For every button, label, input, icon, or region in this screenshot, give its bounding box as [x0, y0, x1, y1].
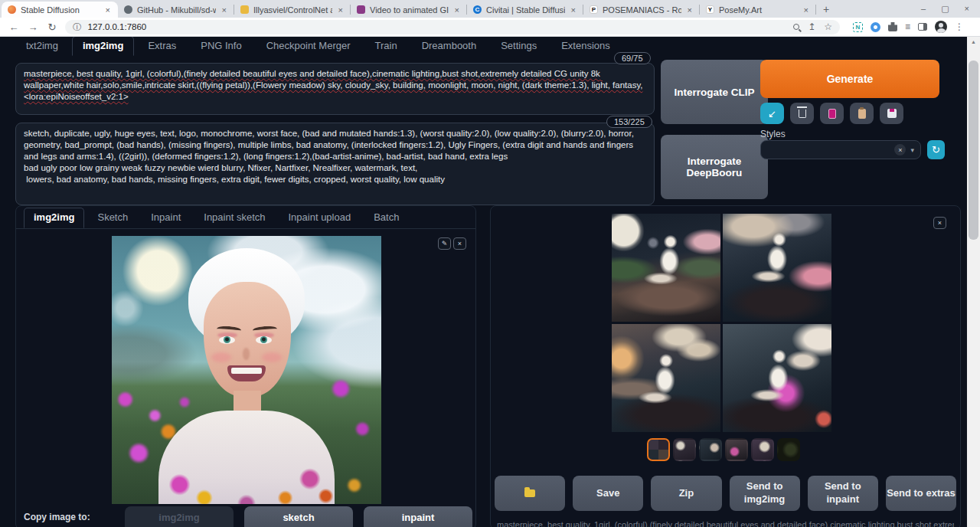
browser-tab-github[interactable]: GitHub - Mikubill/sd-webui-con × [118, 2, 234, 18]
result-image-1[interactable] [612, 214, 720, 322]
zoom-icon[interactable] [793, 24, 799, 30]
site-info-icon[interactable]: ⓘ [73, 21, 82, 33]
negative-token-counter: 153/225 [606, 116, 652, 128]
tab-img2img[interactable]: img2img [72, 37, 134, 56]
close-gallery-button[interactable]: × [933, 217, 946, 229]
apply-style-button[interactable] [850, 103, 874, 124]
results-gallery-panel: × Save Zip Send to img2img Send to inpai… [490, 205, 961, 527]
tab-close-icon[interactable]: × [453, 5, 461, 15]
profile-avatar[interactable] [935, 21, 947, 33]
share-icon[interactable]: ↥ [808, 21, 815, 32]
tab-close-icon[interactable]: × [802, 5, 810, 15]
open-folder-button[interactable] [495, 476, 565, 511]
clear-prompt-button[interactable] [790, 103, 814, 124]
side-panel-icon[interactable] [918, 23, 927, 31]
window-minimize-button[interactable]: – [921, 4, 926, 14]
tab-title: Illyasviel/ControlNet at main [253, 5, 332, 15]
address-bar[interactable]: ⓘ 127.0.0.1:7860 ↥ ☆ [65, 20, 840, 34]
save-button[interactable]: Save [573, 476, 643, 511]
save-style-button[interactable] [880, 103, 903, 124]
tab-png-info[interactable]: PNG Info [190, 37, 252, 56]
interrogate-clip-button[interactable]: Interrogate CLIP [661, 60, 768, 124]
thumbnail-6[interactable] [777, 438, 800, 461]
clear-styles-icon[interactable]: × [894, 144, 906, 155]
styles-dropdown[interactable]: × ▾ [760, 140, 921, 159]
reload-button[interactable]: ↻ [46, 21, 58, 33]
main-nav-tabs: txt2img img2img Extras PNG Info Checkpoi… [15, 37, 621, 56]
result-image-4[interactable] [723, 324, 831, 432]
mode-tab-inpaint-sketch[interactable]: Inpaint sketch [194, 208, 275, 228]
browser-tab-gif-converter[interactable]: Video to animated GIF converter × [351, 2, 467, 18]
extra-networks-button[interactable] [820, 103, 844, 124]
browser-tab-stable-diffusion[interactable]: Stable Diffusion × [2, 2, 118, 18]
tab-extensions[interactable]: Extensions [550, 37, 621, 56]
extension-blue-icon[interactable] [871, 22, 880, 32]
tab-close-icon[interactable]: × [220, 5, 228, 15]
browser-tab-posemaniacs[interactable]: P POSEMANIACS - Royalty free 3 × [583, 2, 700, 18]
url-text[interactable]: 127.0.0.1:7860 [88, 22, 788, 31]
copy-to-sketch-button[interactable]: sketch [244, 506, 353, 527]
gallery-actions: Save Zip Send to img2img Send to inpaint… [495, 476, 956, 511]
browser-tab-posemyart[interactable]: Y PoseMy.Art × [700, 2, 816, 18]
mode-tab-img2img[interactable]: img2img [24, 208, 84, 228]
refresh-styles-button[interactable]: ↻ [927, 140, 945, 159]
generate-button[interactable]: Generate [760, 60, 939, 98]
close-icon: × [938, 219, 942, 227]
posemaniacs-favicon: P [590, 5, 598, 14]
window-maximize-button[interactable]: ▢ [941, 4, 949, 14]
tab-txt2img[interactable]: txt2img [15, 37, 69, 56]
tab-close-icon[interactable]: × [570, 5, 577, 15]
forward-button[interactable]: → [27, 21, 39, 33]
stable-diffusion-favicon [8, 5, 16, 14]
tab-train[interactable]: Train [364, 37, 408, 56]
send-to-img2img-button[interactable]: Send to img2img [730, 476, 800, 511]
tab-title: PoseMy.Art [719, 5, 798, 15]
mode-tab-sketch[interactable]: Sketch [87, 208, 138, 228]
result-image-2[interactable] [723, 214, 831, 322]
thumbnail-3[interactable] [699, 438, 722, 461]
thumbnail-5[interactable] [751, 438, 774, 461]
prompt-input[interactable]: masterpiece, best quality, 1girl, (color… [15, 63, 655, 115]
tab-extras[interactable]: Extras [137, 37, 187, 56]
page-scrollbar[interactable]: ▲ [967, 37, 980, 527]
tab-close-icon[interactable]: × [104, 5, 112, 15]
thumbnail-grid-selected[interactable] [647, 438, 670, 461]
source-image-portrait[interactable] [112, 236, 381, 504]
send-to-inpaint-button[interactable]: Send to inpaint [808, 476, 878, 511]
bookmark-star-icon[interactable]: ☆ [824, 21, 832, 32]
browser-tab-controlnet[interactable]: Illyasviel/ControlNet at main × [234, 2, 351, 18]
tab-dreambooth[interactable]: Dreambooth [411, 37, 488, 56]
extension-n-icon[interactable]: N [853, 22, 863, 32]
new-tab-button[interactable]: + [816, 3, 836, 15]
extensions-puzzle-icon[interactable] [888, 22, 897, 31]
tab-title: Civitai | Stable Diffusion model [486, 5, 565, 15]
window-close-button[interactable]: × [965, 4, 969, 14]
generation-info-text: masterpiece, best quality, 1girl, (color… [497, 520, 954, 527]
scrollbar-thumb[interactable] [969, 61, 978, 240]
mode-tab-inpaint-upload[interactable]: Inpaint upload [278, 208, 361, 228]
result-image-3[interactable] [612, 324, 720, 432]
interrogate-deepbooru-button[interactable]: Interrogate DeepBooru [661, 135, 768, 199]
tab-checkpoint-merger[interactable]: Checkpoint Merger [256, 37, 361, 56]
browser-menu-icon[interactable]: ⋮ [955, 21, 964, 32]
zip-button[interactable]: Zip [651, 476, 721, 511]
tab-settings[interactable]: Settings [490, 37, 547, 56]
tab-close-icon[interactable]: × [686, 5, 694, 15]
media-list-icon[interactable]: ≡ [905, 21, 910, 32]
edit-image-button[interactable]: ✎ [438, 237, 451, 250]
img2img-source-panel: img2img Sketch Inpaint Inpaint sketch In… [15, 205, 476, 527]
paste-parameters-button[interactable]: ↙ [760, 103, 784, 124]
scrollbar-up-arrow[interactable]: ▲ [967, 37, 980, 47]
send-to-extras-button[interactable]: Send to extras [886, 476, 956, 511]
copy-to-inpaint-button[interactable]: inpaint [364, 506, 472, 527]
mode-tab-inpaint[interactable]: Inpaint [141, 208, 191, 228]
mode-tab-batch[interactable]: Batch [364, 208, 409, 228]
negative-prompt-input[interactable]: sketch, duplicate, ugly, huge eyes, text… [15, 123, 655, 205]
window-controls: – ▢ × [921, 4, 980, 14]
back-button[interactable]: ← [8, 21, 20, 33]
tab-close-icon[interactable]: × [337, 5, 345, 15]
thumbnail-4[interactable] [725, 438, 748, 461]
thumbnail-2[interactable] [673, 438, 696, 461]
remove-image-button[interactable]: × [453, 237, 466, 250]
browser-tab-civitai[interactable]: C Civitai | Stable Diffusion model × [467, 2, 583, 18]
